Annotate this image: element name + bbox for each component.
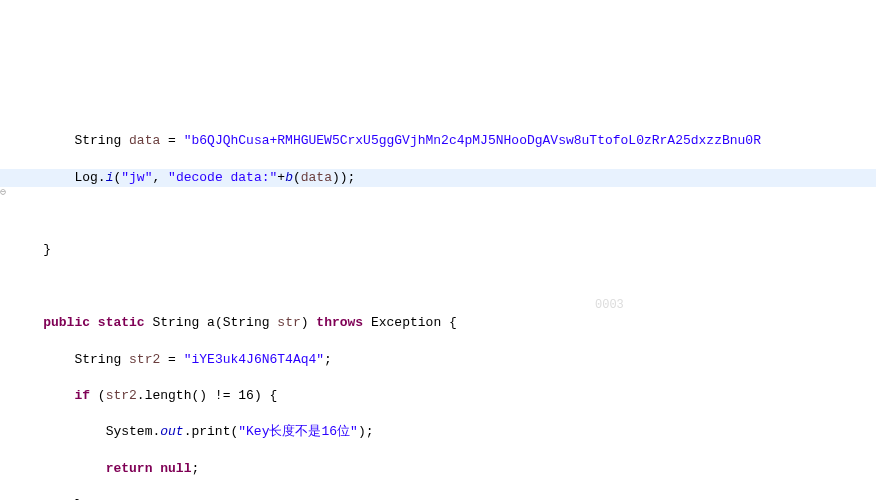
brace: } [43,242,51,257]
keyword: if [74,388,90,403]
string-literal: "decode data:" [168,170,277,185]
method-name: a [207,315,215,330]
string-literal: "iYE3uk4J6N6T4Aq4" [184,352,324,367]
code-line-empty[interactable] [0,278,876,296]
code-line[interactable]: String str2 = "iYE3uk4J6N6T4Aq4"; [0,351,876,369]
code-line[interactable]: String data = "b6QJQhCusa+RMHGUEW5CrxU5g… [0,132,876,150]
string-literal: "jw" [121,170,152,185]
string-literal: "Key长度不是16位" [238,424,358,439]
variable: data [129,133,160,148]
code-line[interactable]: if (str2.length() != 16) { [0,387,876,405]
code-line-empty[interactable] [0,205,876,223]
return-type: String [152,315,199,330]
variable: str2 [129,352,160,367]
keyword: null [160,461,191,476]
variable: data [301,170,332,185]
code-line[interactable]: public static String a(String str) throw… [0,314,876,332]
method-call: b [285,170,293,185]
string-literal: "b6QJQhCusa+RMHGUEW5CrxU5ggGVjhMn2c4pMJ5… [184,133,761,148]
code-line[interactable]: } [0,241,876,259]
code-line[interactable]: } [0,496,876,500]
code-editor[interactable]: ⊖ 0003 String data = "b6QJQhCusa+RMHGUEW… [0,78,876,500]
type: String [74,352,121,367]
code-line[interactable]: System.out.print("Key长度不是16位"); [0,423,876,441]
keyword: return [106,461,153,476]
keyword: static [98,315,145,330]
code-line[interactable]: return null; [0,460,876,478]
keyword: throws [316,315,363,330]
gutter-fold-marker[interactable]: ⊖ [0,186,10,200]
exception-type: Exception { [371,315,457,330]
parameter: str [277,315,300,330]
class-ref: Log [74,170,97,185]
class-ref: System [106,424,153,439]
code-line-highlighted[interactable]: Log.i("jw", "decode data:"+b(data)); [0,169,876,187]
watermark: 0003 [595,297,624,314]
keyword: public [43,315,90,330]
type: String [74,133,121,148]
static-field: out [160,424,183,439]
variable: str2 [106,388,137,403]
